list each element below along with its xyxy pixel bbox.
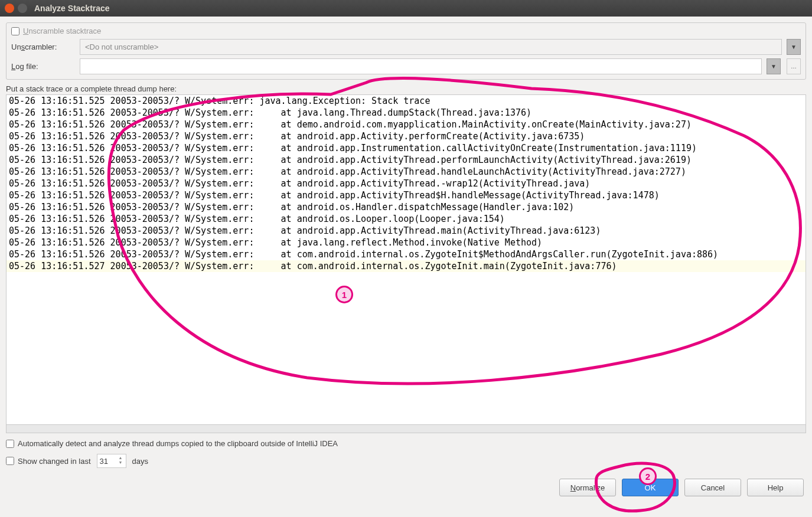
- annotation-marker-2: 2: [639, 467, 657, 485]
- days-spinner-input[interactable]: 31 ▲▼: [97, 454, 126, 468]
- unscramble-checkbox[interactable]: [11, 27, 19, 35]
- trace-line: 05-26 13:16:51.526 20053-20053/? W/Syste…: [6, 189, 806, 201]
- unscramble-checkbox-label: Unscramble stacktrace: [23, 27, 101, 35]
- logfile-browse-button[interactable]: …: [787, 58, 801, 74]
- trace-line: 05-26 13:16:51.527 20053-20053/? W/Syste…: [6, 260, 806, 272]
- unscramble-panel: Unscramble stacktrace Unscrambler: <Do n…: [6, 22, 806, 80]
- unscrambler-dropdown-icon[interactable]: ▼: [787, 39, 801, 55]
- window-titlebar: Analyze Stacktrace: [0, 0, 812, 17]
- trace-line: 05-26 13:16:51.526 20053-20053/? W/Syste…: [6, 130, 806, 142]
- trace-line: 05-26 13:16:51.525 20053-20053/? W/Syste…: [6, 95, 806, 107]
- showchanged-suffix: days: [132, 457, 148, 466]
- window-minimize-icon[interactable]: [18, 4, 27, 13]
- cancel-button[interactable]: Cancel: [684, 479, 741, 496]
- trace-line: 05-26 13:16:51.526 20053-20053/? W/Syste…: [6, 107, 806, 119]
- trace-line: 05-26 13:16:51.526 20053-20053/? W/Syste…: [6, 142, 806, 154]
- autodetect-checkbox[interactable]: [6, 440, 14, 448]
- stacktrace-textarea[interactable]: 05-26 13:16:51.525 20053-20053/? W/Syste…: [6, 94, 806, 425]
- logfile-label: Log file:: [11, 62, 75, 71]
- logfile-input[interactable]: [80, 58, 762, 74]
- trace-line: 05-26 13:16:51.526 20053-20053/? W/Syste…: [6, 213, 806, 225]
- help-button[interactable]: Help: [747, 479, 804, 496]
- trace-line: 05-26 13:16:51.526 20053-20053/? W/Syste…: [6, 237, 806, 248]
- dialog-buttons: Normalize OK Cancel Help: [6, 479, 806, 496]
- window-close-icon[interactable]: [5, 4, 14, 13]
- unscrambler-value: <Do not unscramble>: [85, 42, 158, 51]
- window-title: Analyze Stacktrace: [34, 4, 110, 13]
- unscrambler-label: Unscrambler:: [11, 42, 75, 51]
- trace-line: 05-26 13:16:51.526 20053-20053/? W/Syste…: [6, 119, 806, 130]
- unscrambler-combo[interactable]: <Do not unscramble>: [80, 39, 782, 55]
- spinner-arrows-icon[interactable]: ▲▼: [119, 456, 125, 465]
- days-value: 31: [100, 457, 108, 466]
- trace-line: 05-26 13:16:51.526 20053-20053/? W/Syste…: [6, 166, 806, 178]
- trace-line: 05-26 13:16:51.526 20053-20053/? W/Syste…: [6, 201, 806, 213]
- horizontal-scrollbar[interactable]: [6, 425, 806, 433]
- instruction-label: Put a stack trace or a complete thread d…: [6, 84, 806, 93]
- normalize-button[interactable]: Normalize: [559, 479, 616, 496]
- trace-line: 05-26 13:16:51.526 20053-20053/? W/Syste…: [6, 248, 806, 260]
- autodetect-label: Automatically detect and analyze thread …: [18, 439, 338, 448]
- trace-line: 05-26 13:16:51.526 20053-20053/? W/Syste…: [6, 225, 806, 237]
- dialog-content: Unscramble stacktrace Unscrambler: <Do n…: [0, 17, 812, 500]
- showchanged-checkbox[interactable]: [6, 457, 14, 465]
- logfile-history-icon[interactable]: ▼: [767, 58, 781, 74]
- trace-line: 05-26 13:16:51.526 20053-20053/? W/Syste…: [6, 178, 806, 189]
- bottom-options: Automatically detect and analyze thread …: [6, 439, 806, 468]
- showchanged-prefix: Show changed in last: [18, 457, 91, 466]
- annotation-marker-1: 1: [335, 286, 353, 303]
- trace-line: 05-26 13:16:51.526 20053-20053/? W/Syste…: [6, 154, 806, 166]
